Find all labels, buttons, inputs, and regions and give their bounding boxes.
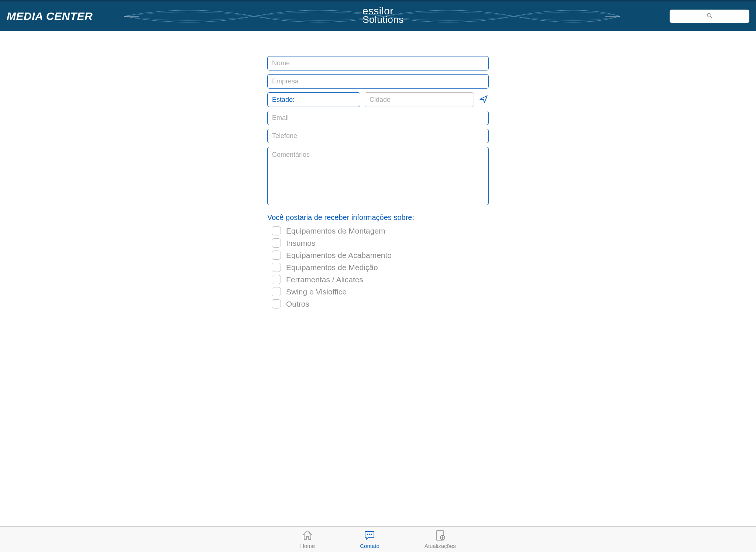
checkbox-equip-montagem[interactable]	[272, 226, 281, 235]
option-label: Swing e Visioffice	[286, 287, 347, 296]
email-field[interactable]	[267, 111, 489, 125]
checkbox-equip-acabamento[interactable]	[272, 251, 281, 260]
bottom-tabbar: Home Contato Atualizações	[0, 526, 756, 552]
tab-atualizacoes[interactable]: Atualizações	[422, 529, 458, 550]
telefone-field[interactable]	[267, 129, 489, 143]
svg-line-3	[711, 17, 712, 18]
checkbox-insumos[interactable]	[272, 238, 281, 248]
empresa-field[interactable]	[267, 74, 489, 89]
option-label: Equipamentos de Medição	[286, 263, 378, 272]
cidade-field[interactable]	[365, 92, 474, 107]
brand-line2: Solutions	[362, 15, 403, 24]
tab-label: Atualizações	[425, 543, 456, 549]
location-row: Estado:	[267, 92, 489, 107]
app-header: MEDIA CENTER essilor Solutions	[0, 0, 756, 31]
search-input[interactable]	[670, 10, 749, 23]
nome-field[interactable]	[267, 56, 489, 70]
checkbox-outros[interactable]	[272, 299, 281, 308]
option-row: Equipamentos de Montagem	[267, 225, 489, 237]
checkbox-equip-medicao[interactable]	[272, 263, 281, 272]
option-row: Insumos	[267, 237, 489, 249]
option-row: Equipamentos de Acabamento	[267, 249, 489, 261]
option-row: Equipamentos de Medição	[267, 261, 489, 273]
option-row: Ferramentas / Alicates	[267, 273, 489, 286]
tab-contato[interactable]: Contato	[358, 529, 382, 550]
updates-icon	[434, 530, 446, 542]
comentarios-field[interactable]	[267, 147, 489, 205]
option-label: Insumos	[286, 239, 315, 248]
checkbox-swing-visioffice[interactable]	[272, 287, 281, 296]
info-section-title: Você gostaria de receber informações sob…	[267, 213, 489, 222]
tab-label: Contato	[360, 543, 379, 549]
option-row: Outros	[267, 298, 489, 310]
search-icon	[706, 12, 713, 20]
contact-form: Estado: Você gostaria de receber informa…	[267, 56, 489, 511]
svg-point-6	[371, 534, 372, 535]
brand-logo: essilor Solutions	[352, 6, 403, 24]
option-label: Outros	[286, 300, 309, 308]
svg-point-4	[367, 534, 368, 535]
option-label: Equipamentos de Montagem	[286, 227, 385, 235]
main-content: Estado: Você gostaria de receber informa…	[0, 31, 756, 526]
estado-select[interactable]: Estado:	[267, 92, 360, 107]
tab-home[interactable]: Home	[298, 529, 317, 550]
location-arrow-icon	[479, 94, 488, 105]
option-row: Swing e Visioffice	[267, 286, 489, 298]
locate-button[interactable]	[478, 94, 489, 105]
checkbox-ferramentas[interactable]	[272, 275, 281, 284]
svg-point-5	[369, 534, 370, 535]
option-label: Equipamentos de Acabamento	[286, 251, 392, 260]
option-label: Ferramentas / Alicates	[286, 275, 363, 284]
chat-icon	[364, 530, 375, 542]
app-title: MEDIA CENTER	[7, 10, 93, 23]
home-icon	[302, 530, 313, 542]
tab-label: Home	[300, 543, 315, 549]
